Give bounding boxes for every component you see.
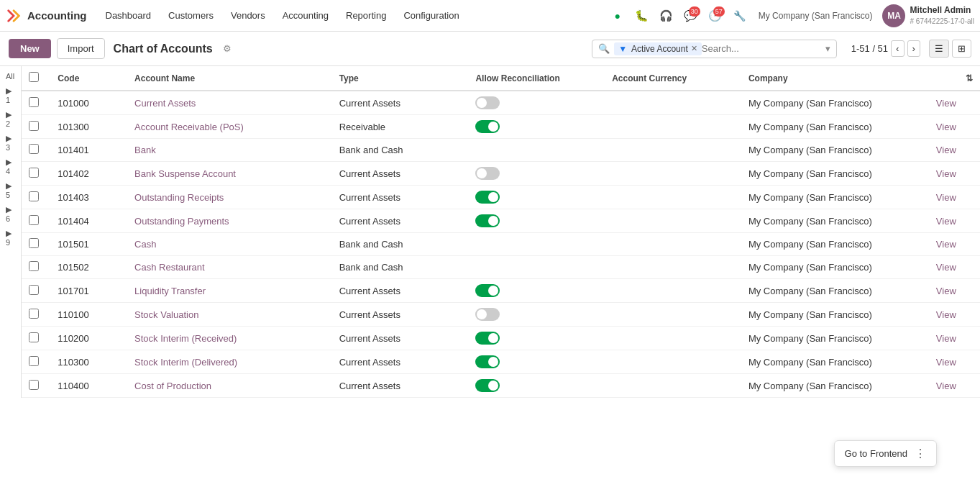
view-link-cell: View xyxy=(929,115,980,139)
account-name[interactable]: Cash xyxy=(127,233,332,256)
reconcile-toggle[interactable] xyxy=(475,191,500,204)
row-checkbox[interactable] xyxy=(29,309,39,319)
chat-icon[interactable]: 💬 30 xyxy=(681,6,701,26)
account-name[interactable]: Liquidity Transfer xyxy=(127,279,332,303)
reconcile-toggle[interactable] xyxy=(475,214,500,227)
group-3[interactable]: ▶ 3 xyxy=(0,131,21,155)
reconcile-toggle[interactable] xyxy=(475,308,500,321)
activity-badge: 57 xyxy=(713,6,725,17)
view-link-cell: View xyxy=(929,91,980,115)
col-header-code[interactable]: Code xyxy=(50,66,127,91)
row-checkbox[interactable] xyxy=(29,121,39,131)
reconcile-toggle[interactable] xyxy=(475,355,500,368)
reconcile-toggle[interactable] xyxy=(475,96,500,109)
view-link[interactable]: View xyxy=(936,239,956,250)
wrench-icon[interactable]: 🔧 xyxy=(730,6,750,26)
grid-view-button[interactable]: ⊞ xyxy=(952,40,971,58)
debug-icon[interactable]: 🐛 xyxy=(632,6,652,26)
filter-close-button[interactable]: ✕ xyxy=(691,44,697,53)
account-name[interactable]: Outstanding Payments xyxy=(127,209,332,233)
account-type: Current Assets xyxy=(332,91,469,115)
reconcile-toggle[interactable] xyxy=(475,284,500,297)
col-header-currency[interactable]: Account Currency xyxy=(605,66,741,91)
view-link[interactable]: View xyxy=(936,333,956,344)
account-type: Current Assets xyxy=(332,374,469,398)
view-link[interactable]: View xyxy=(936,145,956,155)
view-link[interactable]: View xyxy=(936,168,956,179)
col-header-type[interactable]: Type xyxy=(332,66,469,91)
company-label: My Company (San Francisco) xyxy=(759,11,873,21)
row-checkbox[interactable] xyxy=(29,215,39,225)
row-checkbox[interactable] xyxy=(29,356,39,366)
account-name[interactable]: Account Receivable (PoS) xyxy=(127,115,332,139)
new-button[interactable]: New xyxy=(9,39,51,58)
account-name[interactable]: Stock Interim (Received) xyxy=(127,327,332,350)
list-view-button[interactable]: ☰ xyxy=(929,40,949,58)
group-all[interactable]: All xyxy=(0,69,21,83)
activity-icon[interactable]: 🕐 57 xyxy=(705,6,725,26)
view-link[interactable]: View xyxy=(936,192,956,203)
reconcile-toggle[interactable] xyxy=(475,379,500,392)
search-dropdown-button[interactable]: ▾ xyxy=(825,43,830,54)
settings-icon[interactable]: ⚙ xyxy=(223,43,232,54)
group-1[interactable]: ▶ 1 xyxy=(0,83,21,107)
account-name[interactable]: Cash Restaurant xyxy=(127,256,332,279)
row-checkbox[interactable] xyxy=(29,332,39,342)
account-name[interactable]: Bank xyxy=(127,139,332,162)
account-name[interactable]: Cost of Production xyxy=(127,374,332,398)
view-link[interactable]: View xyxy=(936,309,956,320)
nav-configuration[interactable]: Configuration xyxy=(396,7,466,24)
headset-icon[interactable]: 🎧 xyxy=(656,6,677,26)
next-page-button[interactable]: › xyxy=(907,40,920,57)
app-logo[interactable] xyxy=(6,8,22,24)
row-checkbox[interactable] xyxy=(29,191,39,201)
account-code: 101403 xyxy=(50,186,127,209)
search-input[interactable] xyxy=(702,43,823,54)
account-name[interactable]: Stock Valuation xyxy=(127,303,332,327)
nav-reporting[interactable]: Reporting xyxy=(339,7,393,24)
group-2[interactable]: ▶ 2 xyxy=(0,107,21,131)
account-code: 110200 xyxy=(50,327,127,350)
import-button[interactable]: Import xyxy=(57,38,105,59)
view-link[interactable]: View xyxy=(936,262,956,273)
col-header-name[interactable]: Account Name xyxy=(127,66,332,91)
group-6[interactable]: ▶ 6 xyxy=(0,202,21,226)
view-link[interactable]: View xyxy=(936,98,956,109)
view-link[interactable]: View xyxy=(936,357,956,368)
reconcile-toggle[interactable] xyxy=(475,332,500,345)
reconcile-toggle[interactable] xyxy=(475,167,500,180)
account-name[interactable]: Current Assets xyxy=(127,91,332,115)
row-checkbox[interactable] xyxy=(29,97,39,107)
account-company: My Company (San Francisco) xyxy=(741,374,929,398)
nav-customers[interactable]: Customers xyxy=(161,7,221,24)
nav-vendors[interactable]: Vendors xyxy=(224,7,273,24)
select-all-checkbox[interactable] xyxy=(29,72,39,82)
row-checkbox[interactable] xyxy=(29,261,39,271)
user-section[interactable]: MA Mitchell Admin # 67442225-17-0-all xyxy=(882,4,974,27)
view-link[interactable]: View xyxy=(936,286,956,296)
group-4[interactable]: ▶ 4 xyxy=(0,155,21,178)
group-9[interactable]: ▶ 9 xyxy=(0,226,21,250)
account-name[interactable]: Bank Suspense Account xyxy=(127,162,332,186)
col-header-reconcile[interactable]: Allow Reconciliation xyxy=(468,66,605,91)
nav-dashboard[interactable]: Dashboard xyxy=(99,7,159,24)
account-name[interactable]: Outstanding Receipts xyxy=(127,186,332,209)
view-link[interactable]: View xyxy=(936,122,956,132)
view-link[interactable]: View xyxy=(936,381,956,391)
row-checkbox[interactable] xyxy=(29,380,39,390)
user-name: Mitchell Admin xyxy=(910,5,974,17)
row-checkbox[interactable] xyxy=(29,285,39,295)
nav-accounting[interactable]: Accounting xyxy=(275,7,336,24)
account-currency xyxy=(605,209,741,233)
row-checkbox[interactable] xyxy=(29,168,39,178)
row-checkbox[interactable] xyxy=(29,144,39,154)
row-checkbox[interactable] xyxy=(29,238,39,248)
reconcile-toggle[interactable] xyxy=(475,120,500,133)
prev-page-button[interactable]: ‹ xyxy=(891,40,904,57)
account-name[interactable]: Stock Interim (Delivered) xyxy=(127,350,332,374)
account-company: My Company (San Francisco) xyxy=(741,209,929,233)
status-icon[interactable]: ● xyxy=(608,6,628,26)
group-5[interactable]: ▶ 5 xyxy=(0,178,21,202)
view-link[interactable]: View xyxy=(936,216,956,227)
col-header-company[interactable]: Company xyxy=(741,66,929,91)
